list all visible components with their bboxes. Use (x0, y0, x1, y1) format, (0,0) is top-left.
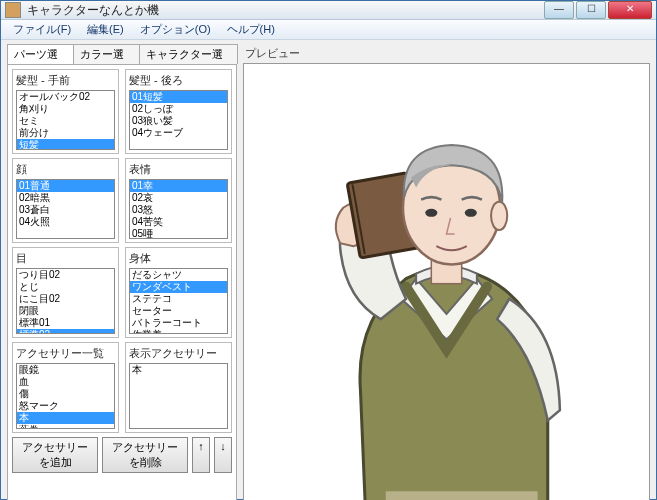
listbox-hair-front[interactable]: オールバック02角刈りセミ前分け短髪天パ (16, 90, 115, 150)
group-body: 身体 だるシャツワンダベストステテコセーターバトラーコート作業着 (125, 247, 232, 338)
close-button[interactable]: ✕ (608, 1, 652, 19)
list-item[interactable]: オールバック02 (17, 91, 114, 103)
list-item[interactable]: 血 (17, 376, 114, 388)
menu-help[interactable]: ヘルプ(H) (219, 20, 283, 39)
preview-area (243, 63, 650, 500)
preview-label: プレビュー (245, 46, 650, 61)
list-item[interactable]: セミ (17, 115, 114, 127)
list-item[interactable]: 01短髪 (130, 91, 227, 103)
tab-chara[interactable]: キャラクター選択 (139, 44, 238, 64)
delete-accessory-button[interactable]: アクセサリーを削除 (102, 437, 188, 473)
group-hair-front: 髪型 - 手前 オールバック02角刈りセミ前分け短髪天パ (12, 69, 119, 154)
window-title: キャラクターなんとか機 (27, 2, 542, 19)
add-accessory-button[interactable]: アクセサリーを追加 (12, 437, 98, 473)
list-item[interactable]: ワンダベスト (130, 281, 227, 293)
label-body: 身体 (129, 251, 228, 266)
list-item[interactable]: 標準02 (17, 329, 114, 334)
list-item[interactable]: 01幸 (130, 180, 227, 192)
list-item[interactable]: 本 (130, 364, 227, 376)
group-eyes: 目 つり目02とじにこ目02閉眼標準01標準02 (12, 247, 119, 338)
list-item[interactable]: 02暗黒 (17, 192, 114, 204)
listbox-hair-back[interactable]: 01短髪02しっぽ03狼い髪04ウェーブ (129, 90, 228, 150)
label-face: 顔 (16, 162, 115, 177)
tabbar: パーツ選択 カラー選択 キャラクター選択 (7, 44, 237, 64)
list-item[interactable]: 前分け (17, 127, 114, 139)
app-window: キャラクターなんとか機 — ☐ ✕ ファイル(F) 編集(E) オプション(O)… (0, 0, 657, 500)
list-item[interactable]: 怒マーク (17, 400, 114, 412)
tab-color[interactable]: カラー選択 (73, 44, 140, 64)
list-item[interactable]: 02しっぽ (130, 103, 227, 115)
list-item[interactable]: 閉眼 (17, 305, 114, 317)
group-accessory-list: アクセサリー一覧 眼鏡血傷怒マーク本葉巻 (12, 342, 119, 433)
minimize-button[interactable]: — (544, 1, 574, 19)
list-item[interactable]: バトラーコート (130, 317, 227, 329)
menubar: ファイル(F) 編集(E) オプション(O) ヘルプ(H) (1, 20, 656, 40)
list-item[interactable]: つり目02 (17, 269, 114, 281)
list-item[interactable]: 04ウェーブ (130, 127, 227, 139)
move-up-button[interactable]: ↑ (192, 437, 210, 473)
menu-file[interactable]: ファイル(F) (5, 20, 79, 39)
list-item[interactable]: セーター (130, 305, 227, 317)
list-item[interactable]: 眼鏡 (17, 364, 114, 376)
group-hair-back: 髪型 - 後ろ 01短髪02しっぽ03狼い髪04ウェーブ (125, 69, 232, 154)
menu-edit[interactable]: 編集(E) (79, 20, 132, 39)
move-down-button[interactable]: ↓ (214, 437, 232, 473)
list-item[interactable]: 葉巻 (17, 424, 114, 429)
list-item[interactable]: だるシャツ (130, 269, 227, 281)
list-item[interactable]: 04火照 (17, 216, 114, 228)
group-expression: 表情 01幸02哀03怒04苦笑05唖06悪 (125, 158, 232, 243)
tab-body-parts: 髪型 - 手前 オールバック02角刈りセミ前分け短髪天パ 髪型 - 後ろ 01短… (7, 64, 237, 500)
character-illustration (244, 64, 649, 500)
list-item[interactable]: 標準01 (17, 317, 114, 329)
label-accessory-shown: 表示アクセサリー (129, 346, 228, 361)
list-item[interactable]: 作業着 (130, 329, 227, 334)
list-item[interactable]: とじ (17, 281, 114, 293)
label-eyes: 目 (16, 251, 115, 266)
preview-panel: プレビュー (243, 44, 650, 500)
client-area: パーツ選択 カラー選択 キャラクター選択 髪型 - 手前 オールバック02角刈り… (1, 40, 656, 500)
list-item[interactable]: 傷 (17, 388, 114, 400)
list-item[interactable]: 短髪 (17, 139, 114, 150)
maximize-button[interactable]: ☐ (576, 1, 606, 19)
group-accessory-shown: 表示アクセサリー 本 (125, 342, 232, 433)
titlebar: キャラクターなんとか機 — ☐ ✕ (1, 1, 656, 20)
window-controls: — ☐ ✕ (542, 1, 652, 19)
listbox-body[interactable]: だるシャツワンダベストステテコセーターバトラーコート作業着 (129, 268, 228, 334)
list-item[interactable]: 04苦笑 (130, 216, 227, 228)
label-hair-front: 髪型 - 手前 (16, 73, 115, 88)
listbox-expression[interactable]: 01幸02哀03怒04苦笑05唖06悪 (129, 179, 228, 239)
label-expression: 表情 (129, 162, 228, 177)
list-item[interactable]: にこ目02 (17, 293, 114, 305)
listbox-accessory-shown[interactable]: 本 (129, 363, 228, 429)
svg-rect-2 (386, 491, 538, 500)
list-item[interactable]: 03狼い髪 (130, 115, 227, 127)
list-item[interactable]: 01普通 (17, 180, 114, 192)
group-face: 顔 01普通02暗黒03蒼白04火照 (12, 158, 119, 243)
listbox-eyes[interactable]: つり目02とじにこ目02閉眼標準01標準02 (16, 268, 115, 334)
left-panel: パーツ選択 カラー選択 キャラクター選択 髪型 - 手前 オールバック02角刈り… (7, 44, 237, 500)
list-item[interactable]: 03怒 (130, 204, 227, 216)
listbox-accessory-list[interactable]: 眼鏡血傷怒マーク本葉巻 (16, 363, 115, 429)
listbox-face[interactable]: 01普通02暗黒03蒼白04火照 (16, 179, 115, 239)
list-item[interactable]: 本 (17, 412, 114, 424)
svg-point-5 (491, 202, 507, 230)
app-icon (5, 2, 21, 18)
list-item[interactable]: 05唖 (130, 228, 227, 239)
svg-point-7 (465, 209, 477, 217)
list-item[interactable]: 角刈り (17, 103, 114, 115)
list-item[interactable]: 03蒼白 (17, 204, 114, 216)
menu-options[interactable]: オプション(O) (132, 20, 219, 39)
list-item[interactable]: 02哀 (130, 192, 227, 204)
label-hair-back: 髪型 - 後ろ (129, 73, 228, 88)
tab-parts[interactable]: パーツ選択 (7, 44, 74, 64)
list-item[interactable]: ステテコ (130, 293, 227, 305)
label-accessory-list: アクセサリー一覧 (16, 346, 115, 361)
svg-point-6 (425, 209, 437, 217)
